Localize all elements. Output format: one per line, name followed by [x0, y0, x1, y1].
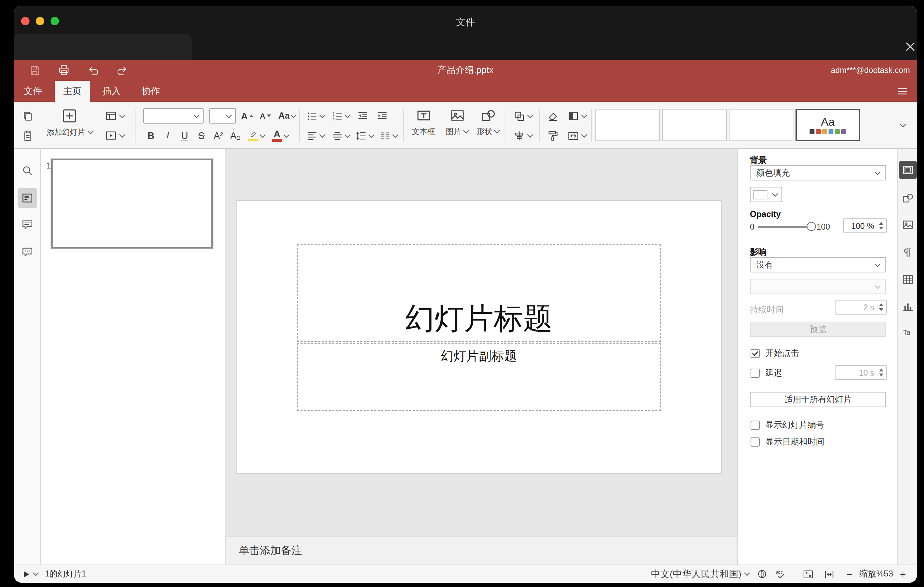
increase-indent-button[interactable] — [373, 107, 390, 124]
language-select[interactable]: 中文(中华人民共和国) — [651, 568, 749, 580]
tab-file[interactable]: 文件 — [15, 81, 51, 102]
add-slide-button[interactable]: 添加幻灯片 — [42, 104, 97, 147]
change-case-button[interactable]: Aa — [275, 108, 299, 124]
delay-input[interactable]: 10 s — [835, 365, 887, 380]
slide-counter: 1的幻灯片1 — [45, 569, 86, 579]
chart-settings-button[interactable] — [899, 297, 917, 315]
zoom-out-button[interactable]: − — [845, 568, 855, 580]
paste-icon — [21, 130, 33, 142]
document-language-button[interactable] — [757, 569, 767, 579]
insert-shape-button[interactable]: 形状 — [473, 104, 503, 147]
spinner-arrows[interactable] — [879, 300, 883, 314]
columns-button[interactable] — [378, 127, 399, 144]
paste-button[interactable] — [18, 127, 36, 144]
copy-icon — [21, 110, 33, 122]
slide[interactable]: 幻灯片标题 幻灯片副标题 — [237, 201, 721, 473]
chevron-down-icon — [527, 132, 533, 138]
zoom-in-button[interactable]: + — [898, 568, 908, 580]
color-scheme-button[interactable] — [564, 107, 588, 124]
copy-style-button[interactable] — [543, 127, 562, 144]
effect-select[interactable]: 没有 — [750, 257, 886, 272]
show-date-checkbox[interactable] — [751, 437, 760, 447]
slide-size-button[interactable] — [564, 127, 588, 144]
fill-type-select[interactable]: 颜色填充 — [750, 165, 886, 180]
opacity-slider-knob[interactable] — [807, 222, 816, 231]
slide-subtitle-placeholder[interactable]: 幻灯片副标题 — [297, 343, 661, 411]
spellcheck-button[interactable] — [775, 568, 787, 580]
highlight-color-button[interactable] — [246, 128, 267, 143]
increase-font-button[interactable]: A — [239, 108, 256, 124]
slides-panel-button[interactable] — [18, 188, 37, 208]
opacity-slider-track[interactable] — [757, 226, 812, 228]
notes-area[interactable]: 单击添加备注 — [226, 536, 737, 564]
fit-slide-button[interactable] — [802, 569, 814, 580]
close-button[interactable] — [901, 38, 917, 55]
effect-type-select[interactable] — [750, 279, 886, 294]
tab-collaboration[interactable]: 协作 — [134, 81, 168, 102]
comment-icon — [21, 218, 34, 231]
numbered-list-button[interactable] — [330, 107, 351, 124]
strikethrough-button[interactable]: S — [194, 128, 209, 143]
tab-insert[interactable]: 插入 — [94, 81, 129, 102]
play-icon — [21, 569, 31, 579]
paragraph-settings-button[interactable] — [899, 244, 917, 262]
start-slideshow-status-button[interactable] — [21, 569, 38, 579]
menu-button[interactable] — [888, 81, 917, 102]
slide-layout-button[interactable] — [101, 107, 128, 124]
slide-settings-button[interactable] — [899, 161, 917, 179]
bold-button[interactable]: B — [143, 128, 159, 143]
copy-button[interactable] — [18, 107, 36, 124]
theme-gallery-expand-button[interactable] — [893, 109, 913, 141]
apply-to-all-button[interactable]: 适用于所有幻灯片 — [750, 392, 886, 407]
chrome-subpanel — [14, 34, 192, 60]
search-panel-button[interactable] — [18, 161, 37, 180]
horizontal-align-button[interactable] — [305, 127, 326, 144]
arrange-shape-button[interactable] — [510, 107, 535, 124]
image-settings-button[interactable] — [899, 216, 917, 234]
decrease-font-button[interactable]: A — [257, 108, 274, 124]
preview-button[interactable]: 预览 — [750, 322, 886, 337]
slide-title-placeholder[interactable]: 幻灯片标题 — [297, 244, 661, 342]
comments-panel-button[interactable] — [18, 215, 37, 234]
spinner-arrows[interactable] — [879, 366, 883, 379]
underline-button[interactable]: U — [177, 128, 192, 143]
vertical-align-button[interactable] — [330, 127, 351, 144]
show-slide-number-checkbox[interactable] — [751, 420, 760, 430]
tab-home[interactable]: 主页 — [55, 81, 90, 102]
chevron-down-icon — [194, 112, 200, 118]
slide-thumbnails-panel: 1 — [41, 149, 226, 564]
clear-style-button[interactable] — [543, 107, 562, 124]
fill-color-select[interactable] — [750, 187, 782, 202]
duration-input[interactable]: 2 s — [835, 300, 887, 315]
theme-thumbnail-selected[interactable]: Aa — [795, 109, 860, 141]
theme-thumbnail[interactable] — [662, 109, 727, 141]
shape-settings-button[interactable] — [899, 189, 917, 207]
textart-settings-button[interactable] — [899, 323, 917, 341]
theme-thumbnail[interactable] — [729, 109, 794, 141]
fit-width-button[interactable] — [823, 569, 835, 580]
font-color-bar — [272, 139, 282, 142]
header-tab-row: 文件 主页 插入 协作 — [14, 81, 917, 102]
highlight-color-bar — [248, 139, 258, 142]
insert-textbox-button[interactable]: 文本框 — [407, 104, 439, 147]
font-name-select[interactable] — [143, 108, 204, 124]
spinner-arrows[interactable] — [879, 219, 883, 232]
bullet-list-button[interactable] — [305, 107, 326, 124]
subscript-button[interactable]: A₂ — [228, 128, 243, 143]
align-shape-button[interactable] — [510, 127, 535, 144]
slide-thumbnail[interactable] — [51, 159, 213, 249]
opacity-input[interactable]: 100 % — [843, 218, 887, 233]
line-spacing-button[interactable] — [354, 127, 375, 144]
start-slideshow-button[interactable] — [101, 127, 128, 144]
delay-checkbox[interactable] — [751, 369, 760, 378]
start-on-click-checkbox[interactable] — [751, 349, 760, 358]
table-settings-button[interactable] — [899, 270, 917, 289]
font-size-select[interactable] — [209, 108, 236, 124]
decrease-indent-button[interactable] — [354, 107, 371, 124]
insert-image-button[interactable]: 图片 — [442, 104, 472, 147]
italic-button[interactable]: I — [160, 128, 175, 143]
feedback-panel-button[interactable] — [18, 242, 37, 262]
font-color-button[interactable]: A — [270, 128, 291, 143]
superscript-button[interactable]: A² — [211, 128, 226, 143]
theme-thumbnail[interactable] — [596, 109, 660, 141]
